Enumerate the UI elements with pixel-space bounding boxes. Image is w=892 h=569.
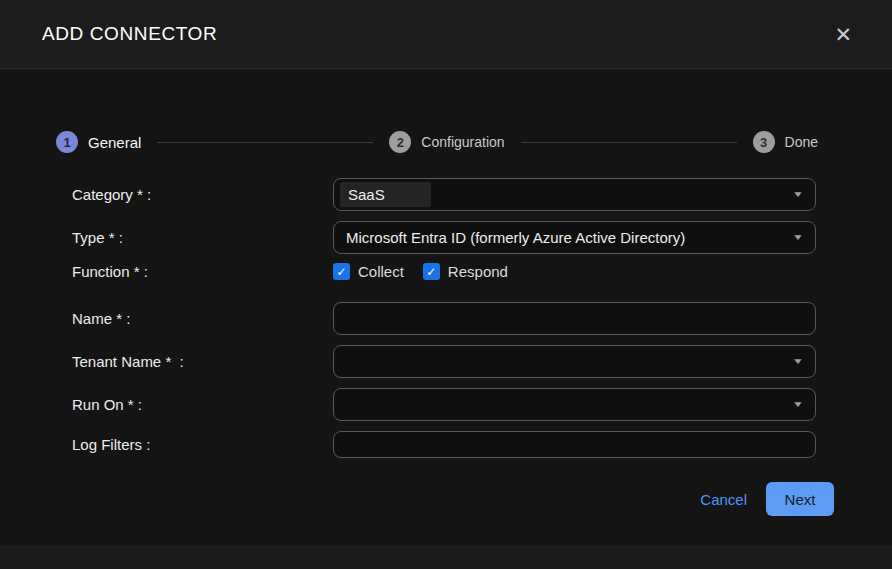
step-general-label: General [88,134,141,151]
category-label: Category * : [72,186,333,203]
checkmark-icon: ✓ [423,263,440,280]
step-general-circle: 1 [56,131,78,153]
log-filters-label: Log Filters : [72,436,333,453]
respond-checkbox-label: Respond [448,263,508,280]
chevron-down-icon: ▼ [792,233,804,242]
run-on-select[interactable]: ▼ [333,388,816,421]
category-row: Category * : SaaS ▼ [72,178,892,211]
stepper-connector-line [521,142,737,143]
cancel-button[interactable]: Cancel [700,491,747,508]
name-input[interactable] [333,302,816,335]
checkmark-icon: ✓ [333,263,350,280]
chevron-down-icon: ▼ [792,190,804,199]
log-filters-row: Log Filters : [72,431,892,458]
next-button[interactable]: Next [766,482,834,516]
connector-form: Category * : SaaS ▼ Type * : Microsoft E… [0,153,892,516]
function-row: Function * : ✓ Collect ✓ Respond [72,263,892,280]
tenant-name-label: Tenant Name * : [72,353,333,370]
step-done: 3 Done [753,131,818,153]
step-done-circle: 3 [753,131,775,153]
type-label: Type * : [72,229,333,246]
dialog-title: ADD CONNECTOR [42,23,217,45]
category-select[interactable]: SaaS ▼ [333,178,816,211]
dialog-actions: Cancel Next [72,468,892,516]
name-row: Name * : [72,302,892,335]
name-label: Name * : [72,310,333,327]
step-done-label: Done [785,134,818,150]
close-icon[interactable]: ✕ [834,24,852,45]
tenant-name-row: Tenant Name * : ▼ [72,345,892,378]
type-row: Type * : Microsoft Entra ID (formerly Az… [72,221,892,254]
add-connector-dialog: ADD CONNECTOR ✕ 1 General 2 Configuratio… [0,0,892,569]
chevron-down-icon: ▼ [792,357,804,366]
dialog-footer-strip [0,545,892,569]
run-on-label: Run On * : [72,396,333,413]
dialog-body: 1 General 2 Configuration 3 Done Categor… [0,69,892,545]
step-configuration-label: Configuration [421,134,504,150]
tenant-name-select[interactable]: ▼ [333,345,816,378]
category-selected-value: SaaS [340,182,431,207]
log-filters-input[interactable] [333,431,816,458]
collect-checkbox[interactable]: ✓ Collect [333,263,404,280]
respond-checkbox[interactable]: ✓ Respond [423,263,508,280]
collect-checkbox-label: Collect [358,263,404,280]
function-label: Function * : [72,263,333,280]
step-general: 1 General [56,131,141,153]
run-on-row: Run On * : ▼ [72,388,892,421]
chevron-down-icon: ▼ [792,400,804,409]
stepper-connector-line [157,142,373,143]
type-selected-value: Microsoft Entra ID (formerly Azure Activ… [346,229,685,246]
type-select[interactable]: Microsoft Entra ID (formerly Azure Activ… [333,221,816,254]
dialog-header: ADD CONNECTOR ✕ [0,0,892,69]
step-configuration-circle: 2 [389,131,411,153]
function-checkbox-group: ✓ Collect ✓ Respond [333,263,816,280]
stepper: 1 General 2 Configuration 3 Done [0,69,892,153]
step-configuration: 2 Configuration [389,131,504,153]
